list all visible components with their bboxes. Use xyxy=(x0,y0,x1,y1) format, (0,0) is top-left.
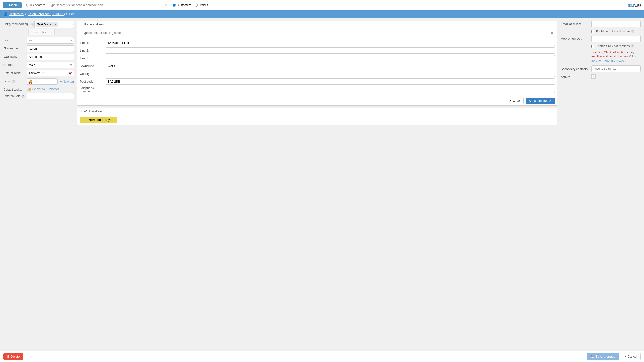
secondary-contacts-input[interactable] xyxy=(591,65,641,72)
main-content: Entity membership: ? Test Branch ✕ ▾ Oth… xyxy=(0,18,644,349)
tag-remove-icon[interactable]: ✕ xyxy=(33,80,35,83)
firstname-input[interactable] xyxy=(27,45,74,52)
new-tag-button[interactable]: + New tag xyxy=(60,80,74,83)
town-input[interactable] xyxy=(106,63,555,69)
dob-label: Date of birth: xyxy=(3,70,27,75)
tags-box[interactable]: 🚚 ✕ ▾ xyxy=(27,78,58,85)
entity-membership-input: Test Branch ✕ ▾ xyxy=(34,21,74,28)
entity-membership-label: Entity membership: ? xyxy=(3,21,34,26)
new-address-type-button[interactable]: + + New address type xyxy=(80,117,116,123)
menu-label: Menu xyxy=(9,3,17,7)
breadcrumb: 👤 Customers > Aaron Aaronson (C000001) >… xyxy=(0,10,644,18)
mobile-input[interactable] xyxy=(591,35,641,42)
secondary-contacts-row: Secondary contacts: xyxy=(561,65,641,72)
active-row: Active: ✓ xyxy=(561,74,641,79)
gender-select[interactable]: Male xyxy=(27,62,74,68)
search-input[interactable] xyxy=(47,2,169,8)
breadcrumb-current: Edit xyxy=(69,12,74,16)
dob-row: Date of birth: 📅 xyxy=(3,70,74,76)
set-default-button[interactable]: Set as default ✓ xyxy=(526,98,555,104)
trash-icon: 🗑 xyxy=(6,355,10,358)
logo: 4DM WEB xyxy=(628,2,641,8)
tags-help[interactable]: ? xyxy=(12,80,16,83)
home-address-section: ▲ Home address ✕ Line 1: Line 2: xyxy=(77,21,558,106)
line2-input[interactable] xyxy=(106,47,555,54)
cancel-button[interactable]: ✕ Cancel xyxy=(621,353,641,360)
address-search-input[interactable] xyxy=(80,30,128,36)
save-icon: 💾 xyxy=(590,355,594,358)
external-ref-input[interactable] xyxy=(27,93,74,99)
radio-customers[interactable]: Customers xyxy=(172,3,191,7)
breadcrumb-customers[interactable]: Customers xyxy=(9,12,24,16)
enable-sms-label: Enable SMS notifications xyxy=(596,44,630,48)
tag-box[interactable]: Test Branch ✕ xyxy=(34,21,74,28)
top-navigation: ☰ Menu ▾ Quick search: ✕ Customers Order… xyxy=(0,0,644,10)
other-entities-row: Other entities xyxy=(28,29,74,35)
entity-membership-row: Entity membership: ? Test Branch ✕ ▾ xyxy=(3,21,74,28)
active-checkbox[interactable]: ✓ xyxy=(591,74,596,78)
external-ref-help[interactable]: ? xyxy=(22,95,25,98)
county-input[interactable] xyxy=(106,70,555,77)
lastname-input[interactable] xyxy=(27,54,74,60)
default-tasks-label: Default tasks: xyxy=(3,86,27,91)
default-tasks-row: Default tasks: 🚚 Deliver to Customer xyxy=(3,86,74,91)
email-input[interactable] xyxy=(591,21,641,27)
work-collapse-icon: ▼ xyxy=(80,110,82,113)
email-help-icon[interactable]: ? xyxy=(631,30,634,33)
title-select[interactable]: Mr xyxy=(27,37,74,43)
line1-label: Line 1: xyxy=(80,41,106,44)
other-entities-select[interactable]: Other entities xyxy=(28,29,54,35)
delete-button[interactable]: 🗑 Delete xyxy=(3,353,23,360)
truck-icon: 🚚 xyxy=(28,80,32,83)
secondary-contacts-label: Secondary contacts: xyxy=(561,66,591,71)
lastname-row: Last name: xyxy=(3,54,74,60)
telephone-input[interactable] xyxy=(106,86,555,93)
line1-row: Line 1: xyxy=(80,39,555,46)
save-button[interactable]: 💾 Save changes xyxy=(587,353,618,360)
dob-input[interactable] xyxy=(27,70,74,76)
external-ref-row: External ref: ? xyxy=(3,93,74,99)
sms-help-icon[interactable]: ? xyxy=(630,44,634,47)
search-clear-icon[interactable]: ✕ xyxy=(165,3,168,7)
email-row: Email address: xyxy=(561,21,641,27)
postcode-label: Post code: xyxy=(80,80,106,83)
work-address-title: Work address xyxy=(84,110,103,113)
gender-label: Gender: xyxy=(3,62,27,66)
clear-button[interactable]: ✕ Clear xyxy=(506,98,524,104)
radio-orders[interactable]: Orders xyxy=(195,3,208,7)
remove-tag-icon[interactable]: ✕ xyxy=(54,23,57,26)
home-address-title: Home address xyxy=(84,22,104,26)
dropdown-arrow-icon: ▾ xyxy=(72,23,73,26)
breadcrumb-customer[interactable]: Aaron Aaronson (C000001) xyxy=(28,12,65,16)
cancel-x-icon: ✕ xyxy=(624,355,627,358)
line3-row: Line 3: xyxy=(80,55,555,61)
entity-membership-help[interactable]: ? xyxy=(31,22,34,26)
home-address-header[interactable]: ▲ Home address xyxy=(78,21,557,28)
postcode-row: Post code: xyxy=(80,78,555,85)
gender-row: Gender: Male xyxy=(3,62,74,68)
firstname-label: First name: xyxy=(3,45,27,50)
right-panel: Email address: Enable email notification… xyxy=(561,21,641,346)
address-search-row: ✕ xyxy=(78,28,557,38)
sms-warning: Enabling SMS notifications may result in… xyxy=(591,50,641,63)
enable-sms-checkbox[interactable] xyxy=(591,45,594,48)
line1-input[interactable] xyxy=(106,39,555,46)
enable-email-checkbox[interactable] xyxy=(591,30,594,33)
line3-input[interactable] xyxy=(106,55,555,61)
task-item: 🚚 Deliver to Customer xyxy=(27,87,59,91)
test-branch-tag: Test Branch ✕ xyxy=(36,22,58,27)
active-label: Active: xyxy=(561,74,591,79)
enable-email-row: Enable email notifications ? xyxy=(591,30,641,33)
menu-button[interactable]: ☰ Menu ▾ xyxy=(3,2,22,8)
postcode-input[interactable] xyxy=(106,78,555,85)
calendar-icon[interactable]: 📅 xyxy=(68,71,72,75)
external-ref-label: External ref: ? xyxy=(3,93,27,98)
tag-item: 🚚 ✕ xyxy=(28,80,35,83)
address-search-clear-icon[interactable]: ✕ xyxy=(551,31,554,34)
title-label: Title: xyxy=(3,37,27,42)
county-label: County: xyxy=(80,72,106,75)
line2-label: Line 2: xyxy=(80,49,106,52)
enable-email-label: Enable email notifications xyxy=(596,30,630,33)
tags-dropdown-icon[interactable]: ▾ xyxy=(36,80,38,83)
work-address-header[interactable]: ▼ Work address xyxy=(78,108,557,115)
